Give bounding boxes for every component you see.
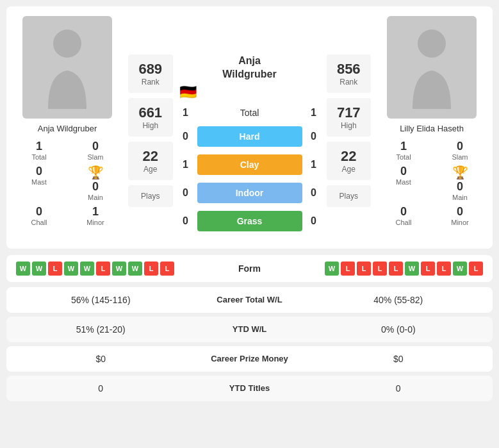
form-badge: W xyxy=(16,261,30,276)
player1-total-label: Total xyxy=(31,153,46,161)
player2-mast-value: 0 xyxy=(400,165,407,178)
player2-trophy-icon: 🏆 xyxy=(452,165,468,180)
player2-plays-label: Plays xyxy=(333,192,365,201)
player1-form-badges: WWLWWLWWLL xyxy=(16,261,211,276)
player1-high-value: 661 xyxy=(135,104,167,121)
player1-chall-value: 0 xyxy=(36,205,42,219)
player2-minor-cell: 0 Minor xyxy=(434,205,486,226)
form-badge: W xyxy=(453,261,467,276)
player1-mast-cell: 0 Mast xyxy=(13,165,65,201)
player1-chall-label: Chall xyxy=(31,219,47,226)
form-badge: W xyxy=(32,261,46,276)
player2-high-value: 717 xyxy=(333,104,365,121)
player2-chall-cell: 0 Chall xyxy=(377,205,430,226)
form-badge: W xyxy=(80,261,94,276)
player2-prize: $0 xyxy=(314,354,484,364)
surface-hard-left: 0 xyxy=(179,131,192,142)
player1-card: Anja Wildgruber 1 Total 0 Slam 0 Mast 🏆 … xyxy=(13,16,122,239)
surface-total-right: 1 xyxy=(307,107,320,119)
player2-career-wl: 40% (55-82) xyxy=(314,295,484,305)
player1-age-value: 22 xyxy=(135,148,167,165)
player1-trophy-cell: 🏆 0 Main xyxy=(69,165,122,201)
player1-high-section: 661 High xyxy=(128,98,173,137)
svg-point-0 xyxy=(53,29,81,58)
player1-trophy-icon: 🏆 xyxy=(88,165,104,180)
prize-label: Career Prize Money xyxy=(186,354,314,363)
surface-indoor-row: 0 Indoor 0 xyxy=(179,183,320,203)
player2-minor-label: Minor xyxy=(451,219,469,226)
form-badge: W xyxy=(112,261,126,276)
surface-grass-left: 0 xyxy=(179,215,192,227)
player1-prize: $0 xyxy=(16,354,186,364)
player2-main-label: Main xyxy=(452,194,468,201)
form-badge: W xyxy=(325,261,339,276)
surface-hard-row: 0 Hard 0 xyxy=(179,126,320,147)
player2-mast-label: Mast xyxy=(396,178,411,186)
main-container: Anja Wildgruber 1 Total 0 Slam 0 Mast 🏆 … xyxy=(0,0,499,411)
player2-slam-cell: 0 Slam xyxy=(434,140,486,161)
form-badge: L xyxy=(96,261,110,276)
player2-age-value: 22 xyxy=(333,148,365,165)
form-badge: L xyxy=(341,261,355,276)
player2-chall-value: 0 xyxy=(400,205,407,219)
surface-column: AnjaWildgruber 🇩🇪 1 Total 1 0 Hard 0 1 C… xyxy=(179,16,320,239)
hard-button[interactable]: Hard xyxy=(197,126,302,147)
form-badge: L xyxy=(469,261,483,276)
player1-main-value: 0 xyxy=(92,180,99,194)
player1-main-label: Main xyxy=(88,194,103,201)
surface-clay-left: 1 xyxy=(179,159,192,170)
player2-stats-grid: 1 Total 0 Slam 0 Mast 🏆 0 Main 0 xyxy=(377,140,486,226)
form-badge: L xyxy=(160,261,174,276)
form-badge: W xyxy=(128,261,142,276)
player2-trophy-cell: 🏆 0 Main xyxy=(434,165,486,201)
player1-ytd-wl: 51% (21-20) xyxy=(16,324,186,335)
player1-high-label: High xyxy=(135,121,167,130)
player1-total-value: 1 xyxy=(36,140,42,153)
player1-plays-label: Plays xyxy=(135,192,167,201)
indoor-button[interactable]: Indoor xyxy=(197,183,302,203)
clay-button[interactable]: Clay xyxy=(197,154,302,175)
grass-button[interactable]: Grass xyxy=(197,211,302,231)
player1-avatar xyxy=(22,16,112,119)
form-badge: L xyxy=(144,261,158,276)
player2-card: Lilly Elida Haseth 1 Total 0 Slam 0 Mast… xyxy=(377,16,486,239)
player1-name-big: AnjaWildgruber xyxy=(179,54,320,81)
player2-slam-value: 0 xyxy=(457,140,463,153)
career-wl-label: Career Total W/L xyxy=(186,295,314,304)
player1-age-label: Age xyxy=(135,165,167,174)
surface-hard-right: 0 xyxy=(307,131,320,142)
player2-stats-column: 856 Rank 717 High 22 Age Plays xyxy=(320,16,378,239)
player2-age-label: Age xyxy=(333,165,365,174)
player1-minor-label: Minor xyxy=(86,219,104,226)
player1-flag: 🇩🇪 xyxy=(179,84,320,101)
surface-total-left: 1 xyxy=(179,107,192,119)
player1-career-wl: 56% (145-116) xyxy=(16,295,186,305)
player1-rank-value: 689 xyxy=(135,61,167,78)
surface-total-label: Total xyxy=(192,108,307,118)
player2-slam-label: Slam xyxy=(452,153,468,161)
player1-ytd-titles: 0 xyxy=(16,383,186,394)
player2-total-value: 1 xyxy=(400,140,407,153)
player1-age-section: 22 Age xyxy=(128,142,173,180)
player2-total-label: Total xyxy=(396,153,411,161)
form-badge: L xyxy=(421,261,435,276)
player1-minor-value: 1 xyxy=(92,205,99,219)
player1-slam-value: 0 xyxy=(92,140,99,153)
player2-mast-cell: 0 Mast xyxy=(377,165,430,201)
form-badge: L xyxy=(357,261,371,276)
prize-row: $0 Career Prize Money $0 xyxy=(6,346,493,372)
player1-chall-cell: 0 Chall xyxy=(13,205,65,226)
player1-name: Anja Wildgruber xyxy=(38,124,97,133)
surface-grass-right: 0 xyxy=(307,215,320,227)
form-badge: L xyxy=(373,261,387,276)
player1-plays-section: Plays xyxy=(128,185,173,207)
player2-ytd-wl: 0% (0-0) xyxy=(314,324,484,335)
player2-rank-label: Rank xyxy=(333,78,365,87)
player1-rank-section: 689 Rank xyxy=(128,54,173,93)
surface-total-row: 1 Total 1 xyxy=(179,107,320,119)
form-badge: L xyxy=(48,261,62,276)
form-badge: W xyxy=(64,261,78,276)
player2-plays-section: Plays xyxy=(327,185,372,207)
player2-ytd-titles: 0 xyxy=(314,383,484,394)
player2-form-badges: WLLLLWLLWL xyxy=(288,261,484,276)
